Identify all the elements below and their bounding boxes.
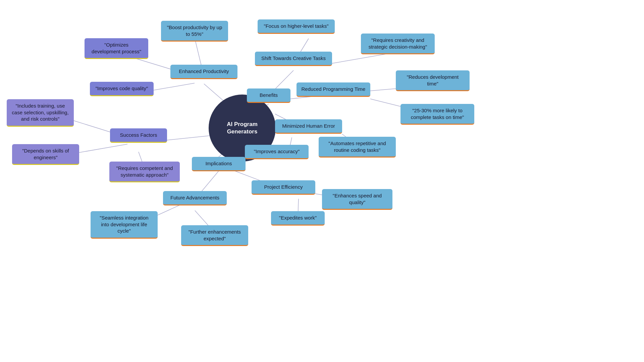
optimizes-label: "Optimizes development process" bbox=[89, 42, 144, 55]
benefits-node: Benefits bbox=[247, 88, 290, 103]
reduces-dev-node: "Reduces development time" bbox=[396, 70, 470, 91]
optimizes-node: "Optimizes development process" bbox=[85, 38, 148, 59]
reduces-dev-label: "Reduces development time" bbox=[400, 74, 465, 87]
depends-node: "Depends on skills of engineers" bbox=[12, 144, 79, 165]
project-label: Project Efficiency bbox=[264, 184, 303, 190]
shift-label: Shift Towards Creative Tasks bbox=[261, 55, 326, 62]
reduced-label: Reduced Programming Time bbox=[302, 86, 366, 93]
expedites-label: "Expedites work" bbox=[279, 215, 317, 221]
further-node: "Further enhancements expected" bbox=[181, 225, 248, 246]
enhances-node: "Enhances speed and quality" bbox=[322, 189, 392, 210]
requires-competent-node: "Requires competent and systematic appro… bbox=[109, 162, 180, 182]
pct-25-30-label: "25-30% more likely to complete tasks on… bbox=[405, 107, 470, 120]
expedites-node: "Expedites work" bbox=[271, 211, 325, 226]
improves-code-node: "Improves code quality" bbox=[90, 82, 154, 96]
includes-node: "Includes training, use case selection, … bbox=[7, 99, 74, 127]
enhanced-productivity-node: Enhanced Productivity bbox=[170, 65, 237, 79]
implications-label: Implications bbox=[205, 160, 232, 167]
success-label: Success Factors bbox=[120, 132, 157, 138]
focus-label: "Focus on higher-level tasks" bbox=[264, 23, 328, 29]
improves-accuracy-node: "Improves accuracy" bbox=[245, 145, 309, 159]
focus-node: "Focus on higher-level tasks" bbox=[258, 19, 335, 34]
automates-label: "Automates repetitive and routine coding… bbox=[323, 140, 391, 153]
minimized-node: Minimized Human Error bbox=[275, 119, 342, 134]
center-label: AI Program Generators bbox=[213, 121, 271, 135]
success-factors-node: Success Factors bbox=[110, 128, 167, 143]
project-node: Project Efficiency bbox=[252, 180, 315, 195]
implications-node: Implications bbox=[192, 157, 246, 171]
improves-accuracy-label: "Improves accuracy" bbox=[254, 148, 300, 155]
requires-creativity-label: "Requires creativity and strategic decis… bbox=[366, 37, 430, 50]
depends-label: "Depends on skills of engineers" bbox=[17, 147, 74, 161]
requires-competent-label: "Requires competent and systematic appro… bbox=[114, 165, 175, 178]
enhances-label: "Enhances speed and quality" bbox=[327, 192, 388, 205]
future-node: Future Advancements bbox=[163, 191, 227, 205]
boost-label: "Boost productivity by up to 55%" bbox=[166, 24, 223, 37]
svg-line-17 bbox=[79, 144, 127, 153]
requires-creativity-node: "Requires creativity and strategic decis… bbox=[361, 34, 435, 54]
benefits-label: Benefits bbox=[260, 92, 278, 99]
further-label: "Further enhancements expected" bbox=[186, 229, 244, 242]
boost-node: "Boost productivity by up to 55%" bbox=[161, 21, 228, 42]
pct-25-30-node: "25-30% more likely to complete tasks on… bbox=[400, 104, 474, 125]
shift-node: Shift Towards Creative Tasks bbox=[255, 52, 332, 66]
includes-label: "Includes training, use case selection, … bbox=[11, 103, 69, 122]
minimized-label: Minimized Human Error bbox=[282, 123, 335, 129]
seamless-node: "Seamless integration into development l… bbox=[91, 211, 158, 239]
improves-code-label: "Improves code quality" bbox=[96, 85, 148, 92]
automates-node: "Automates repetitive and routine coding… bbox=[319, 137, 396, 158]
seamless-label: "Seamless integration into development l… bbox=[95, 215, 153, 234]
reduced-node: Reduced Programming Time bbox=[297, 82, 370, 97]
enhanced-label: Enhanced Productivity bbox=[179, 68, 229, 75]
future-label: Future Advancements bbox=[170, 194, 219, 201]
